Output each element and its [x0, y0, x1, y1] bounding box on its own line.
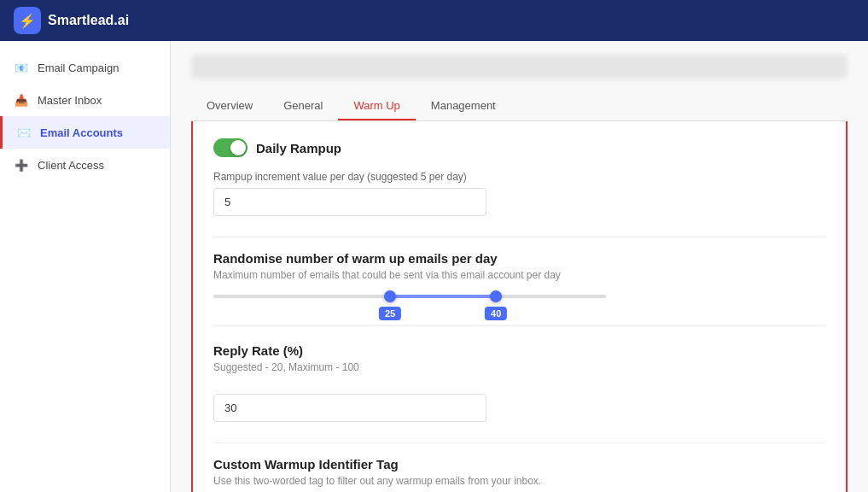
rampup-increment-label: Rampup increment value per day (suggeste… — [213, 171, 825, 183]
logo: ⚡ Smartlead.ai — [14, 7, 129, 34]
slider-label-min: 25 — [379, 307, 401, 320]
warmup-content-panel: Daily Rampup Rampup increment value per … — [191, 121, 848, 492]
sidebar-item-email-accounts[interactable]: ✉️ Email Accounts — [0, 116, 170, 149]
custom-warmup-subtitle: Use this two-worded tag to filter out an… — [213, 475, 825, 487]
randomise-subtitle: Maximum number of emails that could be s… — [213, 269, 825, 281]
client-access-icon: ➕ — [14, 157, 29, 173]
slider-label-max: 40 — [485, 307, 507, 320]
blurred-url-bar — [191, 55, 848, 79]
custom-warmup-title: Custom Warmup Identifier Tag — [213, 457, 825, 472]
sidebar-label-client-access: Client Access — [38, 159, 104, 172]
reply-rate-title: Reply Rate (%) — [213, 343, 825, 358]
sidebar-label-master-inbox: Master Inbox — [38, 94, 102, 107]
tab-overview[interactable]: Overview — [191, 92, 268, 120]
slider-fill — [390, 295, 496, 298]
daily-rampup-row: Daily Rampup — [213, 138, 825, 157]
sidebar-item-client-access[interactable]: ➕ Client Access — [0, 149, 170, 181]
divider-3 — [213, 442, 825, 443]
reply-rate-section: Reply Rate (%) Suggested - 20, Maximum -… — [213, 343, 825, 422]
main-content: Overview General Warm Up Management Dail… — [171, 41, 868, 492]
app-layout: 📧 Email Campaign 📥 Master Inbox ✉️ Email… — [0, 41, 868, 492]
tab-general[interactable]: General — [268, 92, 338, 120]
toggle-knob — [230, 140, 246, 155]
logo-text: Smartlead.ai — [48, 13, 129, 28]
daily-rampup-label: Daily Rampup — [256, 141, 341, 155]
sidebar: 📧 Email Campaign 📥 Master Inbox ✉️ Email… — [0, 41, 171, 492]
slider-thumb-max[interactable] — [490, 290, 502, 302]
randomise-section: Randomise number of warm up emails per d… — [213, 251, 825, 298]
rampup-increment-input[interactable] — [213, 188, 486, 216]
sidebar-item-email-campaign[interactable]: 📧 Email Campaign — [0, 51, 170, 84]
tab-warm-up[interactable]: Warm Up — [338, 92, 415, 120]
slider-thumb-min[interactable] — [384, 290, 396, 302]
divider-2 — [213, 325, 825, 326]
randomise-title: Randomise number of warm up emails per d… — [213, 251, 825, 266]
sidebar-item-master-inbox[interactable]: 📥 Master Inbox — [0, 84, 170, 116]
email-campaign-icon: 📧 — [14, 60, 29, 75]
email-accounts-icon: ✉️ — [16, 125, 32, 140]
rampup-increment-section: Rampup increment value per day (suggeste… — [213, 171, 825, 216]
tab-management[interactable]: Management — [416, 92, 511, 120]
master-inbox-icon: 📥 — [14, 92, 29, 108]
sidebar-label-email-campaign: Email Campaign — [38, 62, 119, 74]
tab-bar: Overview General Warm Up Management — [191, 92, 848, 121]
daily-rampup-toggle[interactable] — [213, 138, 248, 157]
warmup-range-slider[interactable]: 25 40 — [213, 295, 606, 298]
slider-track: 25 40 — [213, 295, 606, 298]
custom-warmup-section: Custom Warmup Identifier Tag Use this tw… — [213, 457, 825, 487]
logo-icon: ⚡ — [14, 7, 41, 34]
divider-1 — [213, 237, 825, 237]
reply-rate-subtitle: Suggested - 20, Maximum - 100 — [213, 361, 825, 373]
sidebar-label-email-accounts: Email Accounts — [40, 126, 123, 139]
reply-rate-input[interactable] — [213, 394, 486, 422]
app-header: ⚡ Smartlead.ai — [0, 0, 868, 41]
